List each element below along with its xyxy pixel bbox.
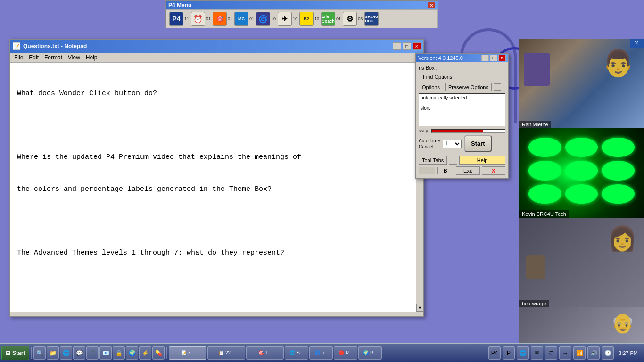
taskbar-pill-icon[interactable]: 💊 bbox=[152, 346, 165, 360]
p4-icon-group: P4 11 bbox=[169, 12, 189, 26]
slider-fill bbox=[432, 130, 483, 132]
notepad-text-body[interactable]: What does Wonder Click button do? Where … bbox=[10, 63, 416, 312]
tray-envelope-icon[interactable]: ✉ bbox=[531, 346, 543, 360]
p4-num: 11 bbox=[184, 16, 189, 21]
options-button[interactable]: Options bbox=[419, 83, 443, 91]
tool-tabs-button[interactable]: Tool Tabs bbox=[419, 156, 447, 165]
notepad-window: 📝 Questions.txt - Notepad _ □ ✕ File Edi… bbox=[9, 39, 424, 317]
taskbar-task-5[interactable]: 🌀 a... bbox=[309, 346, 333, 360]
taskbar-lightning-icon[interactable]: ⚡ bbox=[139, 346, 151, 360]
dialog-result-text: automatically selected sion. bbox=[421, 95, 504, 111]
tray-clock-icon[interactable]: 🕐 bbox=[602, 346, 614, 360]
find-options-button[interactable]: Find Options bbox=[419, 73, 456, 81]
bird-icon[interactable]: ✈ bbox=[278, 12, 292, 26]
notepad-window-controls: _ □ ✕ bbox=[393, 42, 421, 50]
taskbar-notepad-task[interactable]: 📝 Z... bbox=[169, 346, 206, 360]
notepad-title-bar: 📝 Questions.txt - Notepad _ □ ✕ bbox=[10, 40, 423, 53]
tray-p-icon[interactable]: P bbox=[503, 346, 515, 360]
notepad-menu-file[interactable]: File bbox=[14, 54, 23, 61]
mc-icon-group: MC 01 bbox=[234, 12, 254, 26]
dot1 bbox=[528, 138, 561, 157]
dialog-small-icon[interactable] bbox=[449, 156, 457, 165]
target-icon[interactable]: 🎯 bbox=[213, 12, 227, 26]
dialog-restore-button[interactable]: □ bbox=[490, 55, 497, 61]
p4-main-icon[interactable]: P4 bbox=[169, 12, 183, 26]
close-x-button[interactable]: X bbox=[482, 166, 506, 175]
taskbar-media-icon[interactable]: 🎵 bbox=[86, 346, 99, 360]
video-panel-3: 👩 bea wrage bbox=[519, 218, 644, 307]
start-icon: ⊞ bbox=[6, 350, 10, 356]
notepad-icon: 📝 bbox=[13, 42, 20, 50]
taskbar-browser-icon[interactable]: 🌐 bbox=[60, 346, 72, 360]
tray-globe-icon[interactable]: 🌐 bbox=[517, 346, 529, 360]
src4u-icon-group: SRC4UUD3 bbox=[364, 12, 380, 26]
line-5 bbox=[17, 216, 409, 227]
taskbar-email-icon[interactable]: 📧 bbox=[99, 346, 112, 360]
p4-menu-close-button[interactable]: ✕ bbox=[428, 2, 435, 8]
taskbar-globe-icon[interactable]: 🌍 bbox=[126, 346, 138, 360]
dot5 bbox=[565, 161, 598, 180]
cancel-label: Cancel bbox=[419, 144, 440, 149]
dot4 bbox=[528, 161, 561, 180]
gear-icon[interactable]: ⚙ bbox=[343, 12, 357, 26]
help-button[interactable]: Help bbox=[459, 156, 505, 165]
clock-icon-group: ⏰ 01 bbox=[191, 12, 211, 26]
notepad-menu-help[interactable]: Help bbox=[86, 54, 98, 61]
line-3: Where is the updated P4 Premium video th… bbox=[17, 152, 409, 163]
dialog-close-button[interactable]: ✕ bbox=[498, 55, 506, 61]
taskbar-task-7[interactable]: 🌍 R... bbox=[358, 346, 382, 360]
intensity-slider[interactable] bbox=[431, 129, 505, 133]
dialog-minimize-button[interactable]: _ bbox=[481, 55, 489, 61]
options-checkbox[interactable] bbox=[494, 83, 501, 91]
start-button[interactable]: Start bbox=[464, 135, 492, 152]
notepad-minimize-button[interactable]: _ bbox=[393, 42, 401, 50]
clock-icon[interactable]: ⏰ bbox=[191, 12, 205, 26]
notepad-menu-edit[interactable]: Edit bbox=[29, 54, 39, 61]
notepad-maximize-button[interactable]: □ bbox=[403, 42, 411, 50]
line-8-highlighted: What is the difference between a Protoco… bbox=[17, 312, 409, 312]
taskbar: ⊞ Start 🔍 📁 🌐 💬 🎵 📧 🔒 🌍 ⚡ 💊 📝 Z... 📋 22.… bbox=[0, 343, 644, 362]
video-label-3: bea wrage bbox=[519, 300, 549, 307]
gear-icon-group: ⚙ 05 bbox=[343, 12, 363, 26]
tray-network-icon[interactable]: 📶 bbox=[573, 346, 586, 360]
taskbar-task-4[interactable]: 🌐 S... bbox=[285, 346, 308, 360]
b2-num: 10 bbox=[314, 16, 319, 21]
video-panels-container: 👨 Ralf Miethe '4 Kevin SRC4U Tech 👩 bea … bbox=[519, 39, 644, 362]
video-name-3: bea wrage bbox=[522, 301, 546, 306]
tray-shield-icon[interactable]: 🛡 bbox=[545, 346, 557, 360]
notepad-content-area: What does Wonder Click button do? Where … bbox=[10, 63, 423, 312]
taskbar-search-icon[interactable]: 🔍 bbox=[33, 346, 46, 360]
scroll-down-arrow[interactable]: ▼ bbox=[416, 304, 424, 312]
taskbar-chat-icon[interactable]: 💬 bbox=[73, 346, 85, 360]
dot7 bbox=[528, 184, 561, 204]
video-label-1: Ralf Miethe bbox=[519, 121, 551, 128]
mc-icon[interactable]: MC bbox=[234, 12, 248, 26]
dialog-bottom-row: Tool Tabs Help bbox=[419, 156, 505, 165]
tray-arrow-icon[interactable]: → bbox=[559, 346, 571, 360]
dialog-content: ns Box : Find Options Options Preserve O… bbox=[416, 62, 508, 178]
notepad-menu-view[interactable]: View bbox=[68, 54, 80, 61]
preserve-options-button[interactable]: Preserve Options bbox=[445, 83, 492, 91]
exit-button[interactable]: Exit bbox=[456, 166, 480, 175]
notepad-close-button[interactable]: ✕ bbox=[413, 42, 421, 50]
notepad-menu-format[interactable]: Format bbox=[44, 54, 62, 61]
green-dots-grid bbox=[524, 133, 639, 208]
src4u-icon[interactable]: SRC4UUD3 bbox=[364, 12, 379, 26]
taskbar-folder-icon[interactable]: 📁 bbox=[47, 346, 59, 360]
bird-num: 10 bbox=[293, 16, 297, 21]
p4-dialog-title-bar: Version: 4.3.1245.0 _ □ ✕ bbox=[416, 54, 508, 62]
taskbar-task-6[interactable]: 🔴 R... bbox=[334, 346, 357, 360]
spiral-icon[interactable]: 🌀 bbox=[256, 12, 270, 26]
taskbar-lock-icon[interactable]: 🔒 bbox=[113, 346, 125, 360]
taskbar-task-3[interactable]: 🎯 T... bbox=[246, 346, 284, 360]
tray-volume-icon[interactable]: 🔊 bbox=[587, 346, 600, 360]
start-button[interactable]: ⊞ Start bbox=[1, 346, 29, 360]
spin-select[interactable]: 1 bbox=[443, 140, 462, 148]
system-tray: P4 P 🌐 ✉ 🛡 → 📶 🔊 🕐 3:27 PM bbox=[488, 346, 643, 360]
b2-icon[interactable]: B2 bbox=[299, 12, 314, 26]
spiral-icon-group: 🌀 10 bbox=[256, 12, 276, 26]
life-icon[interactable]: LifeCoach bbox=[321, 12, 335, 26]
taskbar-task-2[interactable]: 📋 22... bbox=[207, 346, 245, 360]
b-button[interactable]: B bbox=[437, 167, 454, 174]
tray-p4-icon[interactable]: P4 bbox=[488, 346, 501, 360]
